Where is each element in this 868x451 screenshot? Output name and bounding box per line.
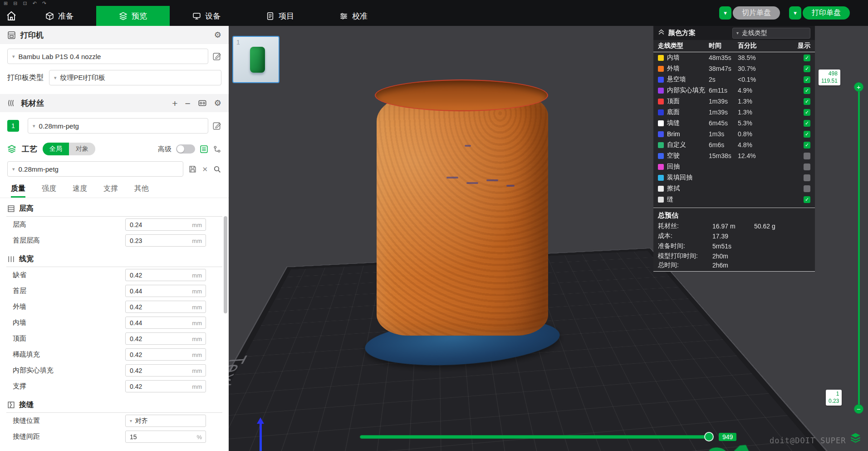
- legend-time: 15m38s: [709, 152, 738, 159]
- seam-position-value: 对齐: [135, 417, 148, 425]
- tab-preview[interactable]: 预览: [96, 6, 170, 26]
- legend-row: 填缝 6m45s 5.3%: [653, 118, 815, 129]
- advanced-toggle[interactable]: [176, 144, 195, 154]
- plate-surface-text: Textured PEI Plate: [229, 355, 253, 451]
- plate-type-row: 打印板类型 ▾ 纹理PEI打印板: [0, 70, 229, 85]
- top-actions: ▾ 切片单盘 ▾ 打印单盘: [719, 6, 850, 20]
- project-icon: [266, 12, 275, 20]
- filament-section-title: 耗材丝: [21, 98, 44, 109]
- legend-visibility-checkbox[interactable]: [804, 65, 810, 72]
- chevron-down-icon: ▾: [12, 54, 15, 59]
- param-input[interactable]: [125, 431, 206, 443]
- tab-speed[interactable]: 速度: [73, 184, 87, 198]
- filament-edit-icon[interactable]: [212, 121, 221, 130]
- redo-icon[interactable]: ↷: [42, 1, 46, 6]
- tab-others[interactable]: 其他: [134, 184, 149, 198]
- mode-global-button[interactable]: 全局: [43, 143, 69, 155]
- plate-type-select[interactable]: ▾ 纹理PEI打印板: [49, 70, 221, 85]
- open-icon[interactable]: ⊟: [13, 1, 17, 6]
- color-swatch: [658, 197, 664, 203]
- legend-visibility-checkbox[interactable]: [804, 196, 810, 203]
- layer-slider[interactable]: [858, 87, 860, 409]
- move-slider-handle[interactable]: [704, 432, 714, 441]
- assembly-view-icon[interactable]: [849, 431, 862, 446]
- legend-visibility-checkbox[interactable]: [804, 164, 810, 170]
- legend-column-headers: 走线类型 时间 百分比 显示: [653, 40, 815, 52]
- filament-settings-gear-icon[interactable]: ⚙: [214, 99, 221, 107]
- legend-visibility-checkbox[interactable]: [804, 142, 810, 149]
- mode-objects-button[interactable]: 对象: [69, 143, 95, 155]
- legend-visibility-checkbox[interactable]: [804, 98, 810, 105]
- printer-edit-icon[interactable]: [212, 52, 221, 61]
- save-icon[interactable]: ⊡: [23, 1, 27, 6]
- plus-icon: +: [857, 83, 861, 91]
- compare-preset-icon[interactable]: [213, 145, 221, 154]
- legend-visibility-checkbox[interactable]: [804, 55, 810, 61]
- search-icon[interactable]: [213, 165, 221, 173]
- legend-visibility-checkbox[interactable]: [804, 131, 810, 138]
- chevron-down-icon: ▾: [794, 10, 797, 16]
- slice-split-button: ▾ 切片单盘: [719, 6, 780, 20]
- color-swatch: [658, 131, 664, 137]
- layer-slider-top-handle[interactable]: +: [854, 82, 863, 92]
- seam-icon: [7, 401, 15, 409]
- collapse-panel-icon[interactable]: [658, 29, 665, 37]
- param-label: 内部实心填充: [13, 366, 125, 375]
- legend-visibility-checkbox[interactable]: [804, 109, 810, 116]
- remove-filament-button[interactable]: −: [185, 99, 191, 108]
- summary-row: 耗材丝: 16.97 m 50.62 g: [653, 221, 815, 231]
- printer-section-title: 打印机: [20, 30, 44, 40]
- flush-volumes-icon[interactable]: [198, 99, 207, 108]
- printed-model[interactable]: [377, 94, 548, 336]
- slice-dropdown-button[interactable]: ▾: [719, 6, 731, 20]
- new-icon[interactable]: ⊞: [4, 1, 8, 6]
- tab-device[interactable]: 设备: [170, 6, 243, 26]
- tab-calibration[interactable]: 校准: [317, 6, 390, 26]
- arrow-stem: [260, 423, 262, 451]
- layer-slider-bottom-label: 1 0.23: [826, 390, 842, 406]
- legend-row: 回抽: [653, 161, 815, 172]
- legend-visibility-checkbox[interactable]: [804, 174, 810, 181]
- legend-visibility-checkbox[interactable]: [804, 153, 810, 159]
- print-plate-button[interactable]: 打印单盘: [803, 6, 850, 20]
- tab-prepare[interactable]: 准备: [23, 6, 96, 26]
- save-preset-icon[interactable]: [188, 165, 197, 173]
- home-icon: [6, 10, 17, 21]
- legend-visibility-checkbox[interactable]: [804, 185, 810, 192]
- add-filament-button[interactable]: +: [172, 99, 177, 108]
- legend-label: Brim: [667, 130, 680, 138]
- sidebar-scrollbar[interactable]: [224, 216, 227, 313]
- summary-value: 5m51s: [712, 243, 754, 250]
- param-field: mm: [125, 234, 206, 247]
- tab-quality[interactable]: 质量: [11, 184, 25, 198]
- tab-support[interactable]: 支撑: [103, 184, 118, 198]
- printer-select[interactable]: ▾ Bambu Lab P1S 0.4 nozzle: [7, 49, 208, 64]
- build-plate[interactable]: Textured PEI Plate 01: [229, 248, 868, 451]
- plate-thumbnail-1[interactable]: 1: [232, 36, 280, 83]
- tab-strength[interactable]: 强度: [42, 184, 56, 198]
- param-row: 缺省 mm: [6, 267, 222, 283]
- undo-icon[interactable]: ↶: [33, 1, 37, 6]
- print-dropdown-button[interactable]: ▾: [789, 6, 801, 20]
- legend-pct: 5.3%: [738, 119, 788, 127]
- tab-project[interactable]: 项目: [243, 6, 317, 26]
- move-slider[interactable]: [360, 435, 709, 439]
- process-preset-select[interactable]: ▾ 0.28mm-petg: [7, 161, 183, 177]
- legend-pct: 12.4%: [738, 152, 788, 159]
- close-icon[interactable]: ✕: [202, 166, 208, 173]
- filament-select[interactable]: ▾ 0.28mm-petg: [28, 118, 208, 134]
- legend-time: 38m47s: [709, 65, 738, 72]
- layer-slider-bottom-handle[interactable]: −: [854, 404, 863, 414]
- filament-slot-badge[interactable]: 1: [7, 120, 19, 132]
- col-show: 显示: [798, 42, 810, 50]
- view-mode-select[interactable]: ▾ 走线类型: [732, 28, 810, 39]
- home-button[interactable]: [0, 6, 23, 26]
- legend-visibility-checkbox[interactable]: [804, 87, 810, 94]
- legend-visibility-checkbox[interactable]: [804, 120, 810, 127]
- param-row: 内部实心填充 mm: [6, 362, 222, 378]
- slice-plate-button[interactable]: 切片单盘: [733, 6, 780, 20]
- seam-position-select[interactable]: ▾ 对齐: [125, 415, 206, 427]
- printer-settings-gear-icon[interactable]: ⚙: [214, 31, 221, 39]
- param-table-icon[interactable]: [200, 145, 208, 154]
- legend-visibility-checkbox[interactable]: [804, 76, 810, 83]
